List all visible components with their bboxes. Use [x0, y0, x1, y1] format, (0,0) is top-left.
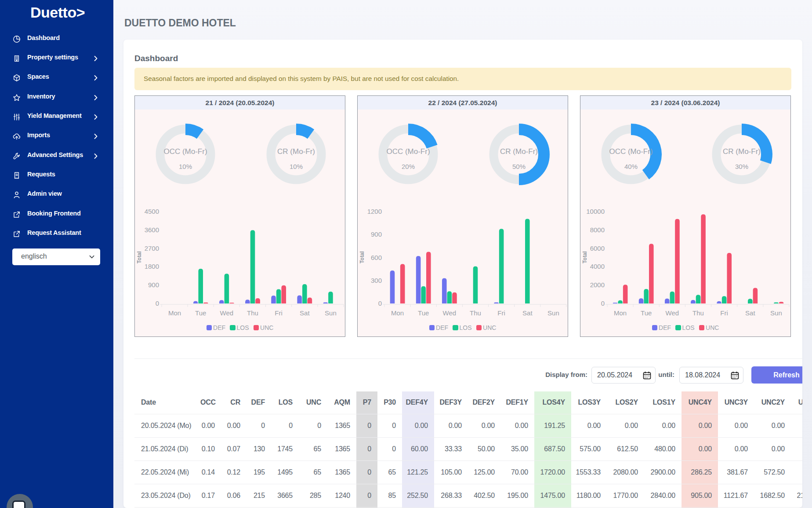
- svg-text:Mon: Mon: [168, 309, 181, 317]
- svg-text:Wed: Wed: [443, 309, 457, 317]
- svg-text:Tue: Tue: [195, 309, 206, 317]
- svg-text:Total: Total: [359, 251, 365, 263]
- svg-text:900: 900: [371, 230, 382, 238]
- svg-text:300: 300: [371, 277, 382, 284]
- svg-text:4000: 4000: [590, 263, 605, 270]
- svg-text:Wed: Wed: [220, 309, 234, 317]
- svg-text:0: 0: [156, 300, 159, 307]
- svg-text:Sun: Sun: [770, 309, 782, 317]
- svg-text:Tue: Tue: [418, 309, 429, 317]
- svg-text:3600: 3600: [145, 226, 159, 234]
- svg-text:Thu: Thu: [247, 309, 258, 317]
- svg-text:0: 0: [601, 300, 605, 307]
- svg-text:Sun: Sun: [547, 309, 559, 317]
- svg-text:Wed: Wed: [666, 309, 679, 317]
- svg-text:Fri: Fri: [497, 309, 505, 317]
- svg-text:Fri: Fri: [275, 309, 283, 317]
- svg-text:Sat: Sat: [300, 309, 310, 317]
- svg-text:600: 600: [371, 254, 382, 261]
- svg-text:0: 0: [378, 300, 382, 307]
- svg-text:1200: 1200: [367, 208, 382, 215]
- svg-text:Tue: Tue: [641, 309, 652, 317]
- svg-text:Total: Total: [136, 251, 142, 263]
- svg-text:Mon: Mon: [391, 309, 404, 317]
- svg-text:Fri: Fri: [720, 309, 728, 317]
- svg-text:Total: Total: [582, 251, 588, 263]
- svg-text:1800: 1800: [145, 263, 159, 270]
- svg-text:Sat: Sat: [522, 309, 533, 317]
- svg-text:Thu: Thu: [692, 309, 704, 317]
- svg-text:Mon: Mon: [614, 309, 627, 317]
- svg-text:6000: 6000: [590, 245, 605, 252]
- svg-text:Thu: Thu: [470, 309, 481, 317]
- svg-text:8000: 8000: [590, 226, 605, 234]
- svg-text:4500: 4500: [145, 208, 159, 215]
- svg-text:900: 900: [148, 281, 159, 289]
- svg-text:2700: 2700: [145, 245, 159, 252]
- svg-text:Sun: Sun: [325, 309, 337, 317]
- svg-text:10000: 10000: [586, 208, 605, 215]
- svg-text:2000: 2000: [590, 281, 605, 289]
- svg-text:Sat: Sat: [745, 309, 755, 317]
